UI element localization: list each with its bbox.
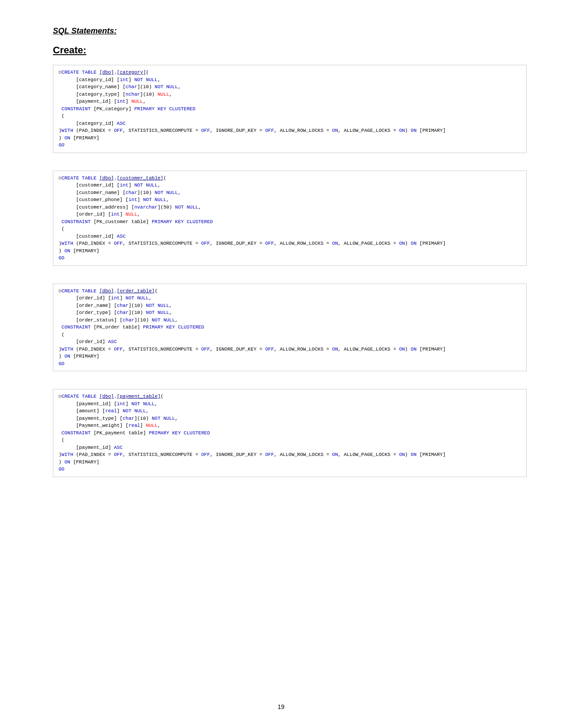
page-container: SQL Statements: Create: ⊟CREATE TABLE [d… xyxy=(0,0,562,728)
payment-table-code: ⊟CREATE TABLE [dbo].[payment_table]( [pa… xyxy=(53,389,527,477)
category-table-code: ⊟CREATE TABLE [dbo].[category]( [categor… xyxy=(53,65,527,153)
order-table-code: ⊟CREATE TABLE [dbo].[order_table]( [orde… xyxy=(53,284,527,372)
page-number: 19 xyxy=(278,703,285,710)
customer-table-code: ⊟CREATE TABLE [dbo].[customer_table]( [c… xyxy=(53,171,527,266)
section-title: SQL Statements: xyxy=(53,26,527,36)
create-heading: Create: xyxy=(53,45,527,56)
